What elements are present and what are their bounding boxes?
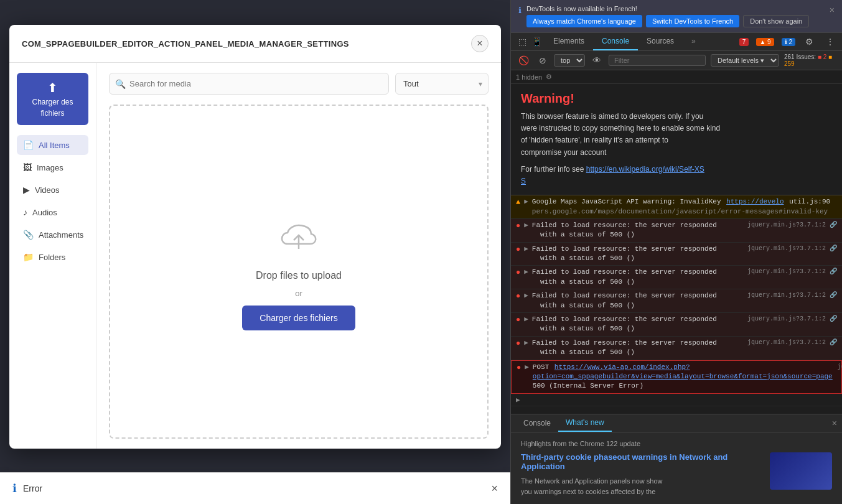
upload-files-sidebar-button[interactable]: ⬆ Charger des fichiers — [17, 73, 88, 125]
upload-btn-line2: fichiers — [40, 109, 64, 118]
filter-input[interactable] — [609, 55, 706, 66]
filter-select[interactable]: Tout Images Videos Audios Attachments — [395, 73, 489, 95]
more-options-icon[interactable]: ⋮ — [823, 35, 837, 48]
console-entry-post-error: ● ▶ POST https://www.via-ap.com/index.ph… — [511, 360, 842, 394]
search-input-wrap: 🔍 — [109, 73, 389, 95]
drop-or-text: or — [295, 289, 302, 298]
bottom-tabs: Console What's new × — [511, 414, 842, 432]
devtools-bottom: Console What's new × Highlights from the… — [511, 414, 842, 504]
console-entry-error-4: ● ▶ Failed to load resource: the server … — [511, 289, 842, 313]
sidebar-item-audios[interactable]: ♪ Audios — [17, 202, 88, 222]
post-error-link[interactable]: https://www.via-ap.com/index.php?option=… — [533, 363, 833, 380]
warn-link1[interactable]: https://develo — [726, 198, 784, 205]
console-entry-error-5: ● ▶ Failed to load resource: the server … — [511, 313, 842, 337]
drop-text: Drop files to upload — [256, 270, 342, 281]
console-entry-arrow: ▶ — [511, 394, 842, 406]
notif-dismiss-btn[interactable]: Don't show again — [743, 15, 809, 27]
expand-1[interactable]: ▶ — [524, 221, 528, 229]
file-4: jquery.min.js?3.7.1:2 🔗 — [747, 291, 837, 299]
expand-arrow[interactable]: ▶ — [524, 197, 528, 205]
devtools-device-icon[interactable]: 📱 — [529, 35, 545, 48]
error-text-1: Failed to load resource: the server resp… — [532, 221, 744, 240]
sidebar-item-videos[interactable]: ▶ Videos — [17, 180, 88, 200]
charger-des-fichiers-button[interactable]: Charger des fichiers — [242, 306, 355, 330]
error-icon-1: ● — [516, 222, 520, 230]
error-text-5: Failed to load resource: the server resp… — [532, 315, 744, 334]
sidebar-label-all-items: All Items — [39, 141, 70, 150]
expand-5[interactable]: ▶ — [524, 315, 528, 323]
highlights-label: Highlights from the Chrome 122 update — [521, 440, 832, 447]
expand-3[interactable]: ▶ — [524, 268, 528, 276]
devtools-toolbar: 🚫 ⊘ top 👁 Default levels ▾ 261 Issues: ■… — [511, 51, 842, 70]
sidebar-label-videos: Videos — [35, 185, 60, 195]
level-select[interactable]: Default levels ▾ — [711, 54, 779, 67]
folders-icon: 📁 — [23, 252, 34, 262]
upload-btn-line1: Charger des — [32, 98, 73, 106]
console-entry-error-1: ● ▶ Failed to load resource: the server … — [511, 219, 842, 243]
error-text-4: Failed to load resource: the server resp… — [532, 291, 744, 310]
modal-header: COM_SPPAGEBUILDER_EDITOR_ACTION_PANEL_ME… — [9, 25, 501, 63]
tab-whats-new[interactable]: What's new — [558, 414, 612, 432]
console-entry-warn-google: ▲ ▶ Google Maps JavaScript API warning: … — [511, 195, 842, 219]
tab-sources[interactable]: Sources — [638, 33, 683, 50]
tab-more[interactable]: » — [683, 33, 704, 50]
tab-console[interactable]: Console — [593, 33, 638, 50]
expand-6[interactable]: ▶ — [524, 338, 528, 347]
notif-text-area: DevTools is now available in French! Alw… — [526, 5, 825, 27]
devtools-console: 1 hidden ⚙ Warning! This browser feature… — [511, 70, 842, 414]
error-icon-3: ● — [516, 268, 520, 277]
console-prompt: ▶ — [516, 396, 520, 404]
sidebar-item-all-items[interactable]: 📄 All Items — [17, 135, 88, 155]
warn-count-badge: ▲ 9 — [756, 38, 774, 46]
warning-footer-text: For further info see — [521, 165, 586, 174]
tab-console-bottom[interactable]: Console — [516, 415, 558, 431]
context-select[interactable]: top — [554, 54, 585, 67]
warning-banner: Warning! This browser feature is aimed t… — [511, 84, 842, 195]
eye-icon[interactable]: 👁 — [590, 54, 604, 67]
console-entry-error-6: ● ▶ Failed to load resource: the server … — [511, 337, 842, 360]
error-info-icon: ℹ — [12, 482, 17, 495]
filter-select-wrap: Tout Images Videos Audios Attachments ▾ — [395, 73, 489, 95]
info-count-badge: ℹ 2 — [782, 38, 795, 46]
whats-new-image — [770, 452, 832, 490]
modal-close-button[interactable]: × — [471, 35, 489, 52]
main-content: 🔍 Tout Images Videos Audios Attachments … — [96, 63, 501, 449]
devtools-badges: 7 ▲ 9 ℹ 2 ⚙ ⋮ — [739, 35, 837, 48]
devtools-inspect-icon[interactable]: ⬚ — [516, 35, 529, 48]
sidebar-item-images[interactable]: 🖼 Images — [17, 157, 88, 177]
highlights-row: Third-party cookie phaseout warnings in … — [521, 452, 832, 497]
filter-icon[interactable]: ⊘ — [536, 54, 549, 67]
sidebar-item-folders[interactable]: 📁 Folders — [17, 247, 88, 267]
expand-post[interactable]: ▶ — [525, 363, 529, 371]
expand-4[interactable]: ▶ — [524, 291, 528, 299]
clear-console-icon[interactable]: 🚫 — [516, 54, 531, 67]
file-5: jquery.min.js?3.7.1:2 🔗 — [747, 315, 837, 322]
warn-icon: ▲ — [516, 198, 520, 207]
error-bar: ℹ Error × — [0, 472, 510, 504]
hidden-row: 1 hidden ⚙ — [511, 70, 842, 84]
error-text: Error — [23, 483, 485, 493]
sidebar: ⬆ Charger des fichiers 📄 All Items 🖼 Ima… — [9, 63, 96, 449]
tab-elements[interactable]: Elements — [545, 33, 593, 50]
error-text-6: Failed to load resource: the server resp… — [532, 338, 744, 358]
expand-2[interactable]: ▶ — [524, 245, 528, 253]
file-1: jquery.min.js?3.7.1:2 🔗 — [747, 221, 837, 228]
bottom-close-button[interactable]: × — [832, 418, 837, 428]
highlights-title: Third-party cookie phaseout warnings in … — [521, 452, 755, 471]
devtools-notification: ℹ DevTools is now available in French! A… — [511, 0, 842, 33]
notif-switch-devtools-btn[interactable]: Switch DevTools to French — [646, 15, 739, 27]
highlights-text: Third-party cookie phaseout warnings in … — [521, 452, 755, 497]
upload-icon: ⬆ — [47, 80, 58, 95]
modal-overlay: COM_SPPAGEBUILDER_EDITOR_ACTION_PANEL_ME… — [0, 0, 510, 504]
notif-match-language-btn[interactable]: Always match Chrome's language — [526, 15, 642, 27]
notif-close-button[interactable]: × — [830, 5, 835, 15]
error-icon-2: ● — [516, 245, 520, 254]
error-close-button[interactable]: × — [491, 482, 498, 495]
drop-zone[interactable]: Drop files to upload or Charger des fich… — [109, 105, 489, 439]
settings-icon[interactable]: ⚙ — [803, 35, 816, 48]
error-icon-4: ● — [516, 292, 520, 301]
notif-info-icon: ℹ — [518, 6, 522, 15]
file-2: jquery.min.js?3.7.1:2 🔗 — [747, 245, 837, 252]
sidebar-item-attachments[interactable]: 📎 Attachments — [17, 225, 88, 245]
search-input[interactable] — [109, 73, 389, 95]
